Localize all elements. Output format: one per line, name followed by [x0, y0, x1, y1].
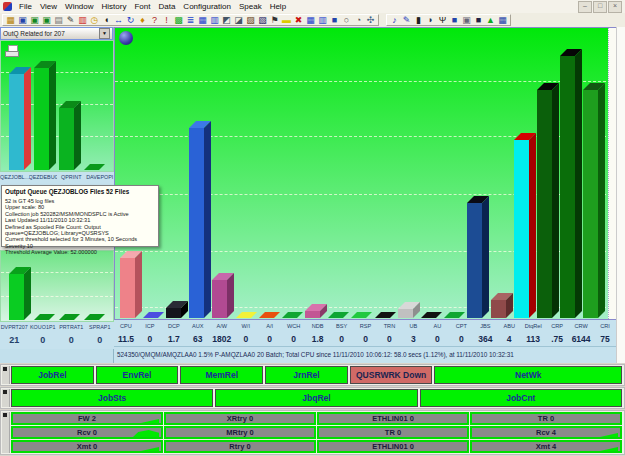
menu-view[interactable]: View — [36, 2, 61, 11]
panel2-icon[interactable]: ■ — [473, 15, 484, 26]
speaker-icon[interactable]: ◖ — [101, 15, 112, 26]
flag-icon[interactable]: ⚑ — [269, 15, 280, 26]
bar-column-trn[interactable] — [374, 28, 397, 319]
users2-icon[interactable]: ◪ — [233, 15, 244, 26]
menu-data[interactable]: Data — [154, 2, 179, 11]
bar-3d[interactable] — [398, 309, 413, 318]
net-cell[interactable]: FW 2 — [11, 412, 163, 425]
bar-flat[interactable] — [84, 314, 105, 320]
open-folder-icon[interactable]: ▦ — [5, 15, 16, 26]
bar-column-icp[interactable] — [142, 28, 165, 319]
window-icon[interactable]: ▣ — [461, 15, 472, 26]
bar-flat[interactable] — [328, 312, 349, 318]
bar-3d[interactable] — [9, 74, 24, 170]
bar-flat[interactable] — [34, 314, 55, 320]
bar-column-bsy[interactable] — [328, 28, 351, 319]
bar-column-cpt[interactable] — [444, 28, 467, 319]
bar-column-davepopi[interactable] — [82, 41, 107, 171]
net-cell[interactable]: Rtry 0 — [164, 440, 316, 453]
menu-font[interactable]: Font — [130, 2, 154, 11]
dark-chart-icon[interactable]: ▧ — [257, 15, 268, 26]
bar-3d[interactable] — [514, 140, 529, 318]
menu-file[interactable]: File — [15, 2, 36, 11]
menu-window[interactable]: Window — [61, 2, 97, 11]
circle-icon[interactable]: ○ — [341, 15, 352, 26]
grid3-icon[interactable]: ▦ — [497, 15, 508, 26]
bar-column-au[interactable] — [420, 28, 443, 319]
bar-3d[interactable] — [467, 203, 482, 318]
button-jrnrel[interactable]: JrnRel — [265, 366, 348, 384]
grid2-icon[interactable]: ▥ — [317, 15, 328, 26]
clock-icon[interactable]: ◷ — [89, 15, 100, 26]
net-cell[interactable]: Xmt 0 — [11, 440, 163, 453]
pie-icon[interactable]: ◗ — [425, 15, 436, 26]
bar-flat[interactable] — [282, 312, 303, 318]
bar-flat[interactable] — [143, 312, 164, 318]
bar-flat[interactable] — [59, 314, 80, 320]
bar-column-crp[interactable] — [536, 28, 559, 319]
antenna-icon[interactable]: Ψ — [437, 15, 448, 26]
save-blue-icon[interactable]: ▣ — [17, 15, 28, 26]
bar-column-ub[interactable] — [397, 28, 420, 319]
bar-3d[interactable] — [491, 300, 506, 318]
menu-speak[interactable]: Speak — [235, 2, 266, 11]
net-cell[interactable]: TR 0 — [470, 412, 622, 425]
bar-column-kouo1p1[interactable] — [32, 251, 57, 321]
bar-flat[interactable] — [236, 312, 257, 318]
bar-column-cri[interactable] — [583, 28, 606, 319]
circle-half-icon[interactable]: ◔ — [353, 15, 364, 26]
green-panel-icon[interactable]: ▩ — [173, 15, 184, 26]
net-cell[interactable]: Rcv 0 — [11, 426, 163, 439]
outq-combo[interactable]: OutQ Related for 207 ▼ — [0, 27, 113, 40]
clover-icon[interactable]: ✣ — [365, 15, 376, 26]
pencil-icon[interactable]: ✎ — [65, 15, 76, 26]
scrollbar-strip[interactable] — [616, 27, 625, 363]
panel-blue-icon[interactable]: ■ — [329, 15, 340, 26]
outq-top-chart[interactable] — [0, 40, 114, 172]
grid-icon[interactable]: ▥ — [209, 15, 220, 26]
button-jobrel[interactable]: JobRel — [11, 366, 94, 384]
bar-column-prtrat1[interactable] — [57, 251, 82, 321]
notes-icon[interactable]: ♪ — [389, 15, 400, 26]
bar-column-ndb[interactable] — [305, 28, 328, 319]
bar-flat[interactable] — [351, 312, 372, 318]
button-netwk[interactable]: NetWk — [434, 366, 622, 384]
bar-3d[interactable] — [34, 68, 49, 170]
exclaim-icon[interactable]: ! — [161, 15, 172, 26]
net-cell[interactable]: MRtry 0 — [164, 426, 316, 439]
bar-column-sprap1[interactable] — [82, 251, 107, 321]
net-cell[interactable]: ETHLIN01 0 — [317, 440, 469, 453]
bar-flat[interactable] — [421, 312, 442, 318]
bar-3d[interactable] — [305, 311, 320, 318]
minus-yellow-icon[interactable]: ▬ — [281, 15, 292, 26]
section-collapse-handle[interactable] — [2, 366, 10, 384]
table-icon[interactable]: ▦ — [197, 15, 208, 26]
minimize-button[interactable]: – — [578, 1, 592, 13]
net-cell[interactable]: ETHLIN01 0 — [317, 412, 469, 425]
close-button[interactable]: × — [608, 1, 622, 13]
edit-blue-icon[interactable]: ✎ — [401, 15, 412, 26]
net-cell[interactable]: TR 0 — [317, 426, 469, 439]
panel-icon[interactable]: ■ — [449, 15, 460, 26]
bar-column-jbs[interactable] — [467, 28, 490, 319]
section-collapse-handle[interactable] — [2, 412, 10, 453]
bar-3d[interactable] — [560, 56, 575, 318]
bar-3d[interactable] — [9, 274, 24, 320]
bar-column-dtqrel[interactable] — [513, 28, 536, 319]
chart-red-icon[interactable]: ▥ — [77, 15, 88, 26]
bar-column-wch[interactable] — [281, 28, 304, 319]
bar-3d[interactable] — [120, 258, 135, 318]
net-cell[interactable]: Xmt 4 — [470, 440, 622, 453]
folder-icon[interactable]: ▨ — [245, 15, 256, 26]
print-icon[interactable]: ▤ — [53, 15, 64, 26]
bar-column-cpu[interactable] — [119, 28, 142, 319]
button-envrel[interactable]: EnvRel — [96, 366, 179, 384]
bar-column-ai[interactable] — [258, 28, 281, 319]
bar-3d[interactable] — [212, 280, 227, 318]
chevron-down-icon[interactable]: ▼ — [99, 28, 110, 39]
close-red-icon[interactable]: ✖ — [293, 15, 304, 26]
save-green-icon[interactable]: ▣ — [29, 15, 40, 26]
question-icon[interactable]: ? — [149, 15, 160, 26]
outq-bottom-chart[interactable] — [0, 250, 114, 322]
bar-3d[interactable] — [537, 90, 552, 318]
